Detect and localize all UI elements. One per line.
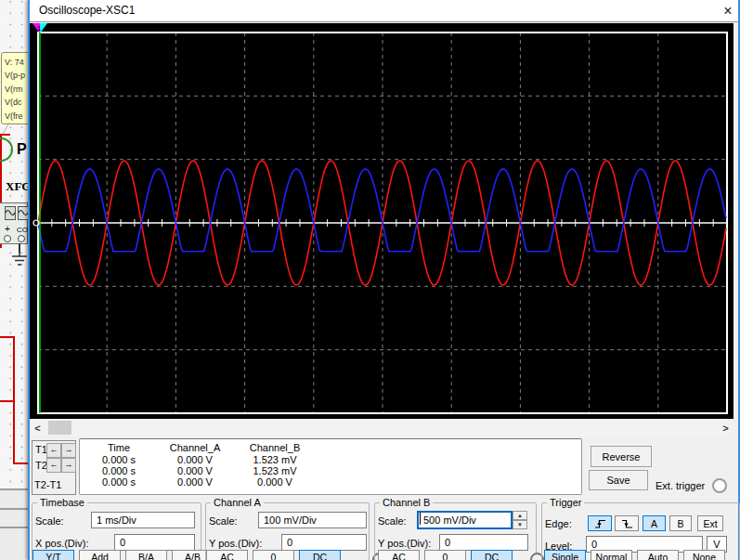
trigger-single-button[interactable]: Single: [544, 550, 586, 560]
schematic-canvas: V: 74 V(p-p V(rm V(dc V(fre P XFG + CO: [0, 0, 28, 560]
channel-b-title: Channel B: [380, 497, 433, 508]
horizontal-scrollbar[interactable]: < >: [30, 420, 734, 436]
channel-a-title: Channel A: [211, 497, 264, 508]
ground-icon: [10, 247, 28, 269]
wire: [13, 462, 28, 464]
channel-b-scale-input[interactable]: [417, 511, 513, 529]
tooltip-callout-line: [0, 122, 13, 138]
t2-time: 0.000 s: [82, 465, 156, 476]
probe-label: P: [17, 141, 27, 158]
rising-edge-button[interactable]: [588, 515, 612, 531]
table-row: 0.000 s 0.000 V 0.000 V: [82, 476, 565, 488]
col-header-channel-a: Channel_A: [156, 442, 234, 453]
table-row: 0.000 s 0.000 V 1.523 mV: [82, 465, 565, 476]
channel-b-ypos-input[interactable]: [439, 534, 528, 551]
close-icon[interactable]: ×: [718, 2, 738, 20]
t2t1-time: 0.000 s: [82, 476, 156, 488]
t1-time: 0.000 s: [82, 454, 156, 465]
trigger-normal-button[interactable]: Normal: [591, 550, 632, 560]
channel-a-zero-button[interactable]: 0: [253, 550, 294, 560]
scroll-right-icon[interactable]: >: [718, 420, 734, 436]
sine-wave-icon: [18, 206, 28, 220]
channel-a-ac-button[interactable]: AC: [206, 550, 248, 560]
col-header-time: Time: [82, 442, 156, 453]
panel-edge: [0, 488, 28, 490]
save-button[interactable]: Save: [589, 470, 648, 490]
timebase-add-button[interactable]: Add: [79, 550, 121, 560]
probe-tooltip-line: V: 74: [5, 56, 28, 69]
t1-right-arrow-button[interactable]: →: [61, 443, 76, 458]
terminal-dot: [4, 235, 11, 242]
channel-b-ypos-label: Y pos.(Div):: [378, 538, 431, 549]
channel-b-zero-button[interactable]: 0: [424, 550, 466, 560]
probe-icon: [0, 137, 13, 162]
function-generator-label: XFG: [6, 179, 28, 194]
channel-a-dc-button[interactable]: DC: [299, 550, 341, 560]
scope-display[interactable]: 1: [30, 23, 734, 419]
panel-edge: [0, 508, 28, 510]
trigger-ext-button[interactable]: Ext: [697, 515, 723, 531]
trigger-b-button[interactable]: B: [669, 515, 692, 531]
timebase-xpos-input[interactable]: [114, 534, 195, 551]
sine-wave-icon: [5, 206, 16, 220]
channel-a-ypos-input[interactable]: [281, 534, 367, 551]
title-bar[interactable]: Oscilloscope-XSC1 ×: [30, 0, 738, 22]
channel-a-scale-label: Scale:: [209, 515, 238, 527]
trigger-none-button[interactable]: None: [683, 550, 725, 560]
t1-label: T1: [35, 444, 47, 455]
trigger-auto-button[interactable]: Auto: [637, 550, 679, 560]
cursor-control-box: T1 ← → T2 ← → T2-T1: [32, 440, 76, 495]
function-generator-instrument: + CO: [0, 202, 28, 244]
timebase-xpos-label: X pos.(Div):: [35, 538, 88, 549]
reverse-button[interactable]: Reverse: [591, 446, 652, 467]
t1-channel-b: 1.523 mV: [234, 454, 316, 465]
t2-right-arrow-button[interactable]: →: [61, 458, 76, 473]
probe-tooltip-line: V(rm: [5, 83, 28, 96]
timebase-scale-input[interactable]: [91, 512, 195, 528]
trigger-edge-label: Edge:: [545, 518, 572, 529]
t2-label: T2: [35, 460, 47, 471]
timebase-ba-button[interactable]: B/A: [125, 550, 167, 560]
ext-trigger-label: Ext. trigger: [656, 480, 705, 491]
t2t1-channel-a: 0.000 V: [156, 476, 234, 488]
probe-tooltip: V: 74 V(p-p V(rm V(dc V(fre: [1, 52, 28, 124]
ext-trigger-terminal[interactable]: [712, 478, 727, 493]
text-caret: [420, 513, 421, 525]
t2t1-channel-b: 0.000 V: [234, 476, 316, 488]
panel-edge: [0, 527, 28, 528]
timebase-yt-button[interactable]: Y/T: [32, 550, 74, 560]
oscilloscope-window: Oscilloscope-XSC1 × 1 < > T1 ← → T2 ← → …: [28, 0, 740, 560]
terminal-dot: [18, 235, 25, 242]
t1-left-arrow-button[interactable]: ←: [46, 443, 61, 458]
cursor-number: 1: [37, 24, 42, 33]
scroll-left-icon[interactable]: <: [30, 420, 45, 436]
spinner-up-icon[interactable]: ▲: [513, 511, 527, 520]
plus-terminal-label: +: [5, 224, 10, 234]
t2-channel-a: 0.000 V: [156, 465, 234, 476]
t2-t1-label: T2-T1: [34, 479, 61, 490]
com-terminal-label: CO: [17, 226, 28, 234]
falling-edge-button[interactable]: [615, 515, 639, 531]
spinner-down-icon[interactable]: ▼: [513, 520, 527, 529]
t2-channel-b: 1.523 mV: [234, 465, 316, 476]
scope-graticule: 1: [30, 23, 734, 419]
measurement-table: Time Channel_A Channel_B 0.000 s 0.000 V…: [79, 438, 582, 495]
t1-channel-a: 0.000 V: [156, 454, 234, 465]
probe-tooltip-line: V(dc: [5, 96, 28, 109]
rising-edge-icon: [594, 518, 606, 529]
channel-a-scale-input[interactable]: [258, 512, 367, 528]
timebase-title: Timebase: [37, 497, 87, 508]
channel-a-ypos-label: Y pos.(Div):: [209, 538, 262, 549]
channel-b-ac-button[interactable]: AC: [378, 550, 420, 560]
wire: [0, 400, 14, 402]
trigger-a-button[interactable]: A: [643, 515, 666, 531]
background-panel: [0, 488, 28, 560]
timebase-scale-label: Scale:: [35, 515, 64, 527]
probe-tooltip-line: V(fre: [5, 110, 28, 123]
col-header-channel-b: Channel_B: [234, 442, 316, 453]
table-row: 0.000 s 0.000 V 1.523 mV: [82, 454, 565, 465]
falling-edge-icon: [621, 518, 633, 529]
t2-left-arrow-button[interactable]: ←: [46, 458, 61, 473]
channel-b-dc-button[interactable]: DC: [471, 550, 513, 560]
scrollbar-thumb[interactable]: [48, 421, 71, 435]
